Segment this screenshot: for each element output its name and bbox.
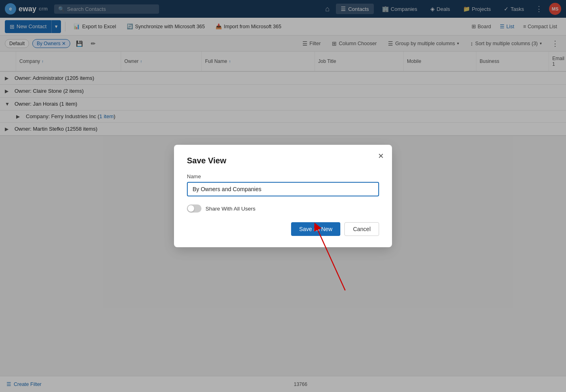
save-as-new-button[interactable]: Save as New [291, 222, 340, 236]
modal-actions: Save as New Cancel [187, 222, 379, 236]
modal-close-button[interactable]: ✕ [376, 151, 386, 161]
share-label: Share With All Users [205, 206, 256, 212]
cancel-button[interactable]: Cancel [344, 222, 379, 236]
modal-title: Save View [187, 156, 379, 165]
modal-name-input[interactable] [187, 182, 379, 196]
toggle-knob [188, 205, 194, 212]
toggle-row: Share With All Users [187, 204, 379, 213]
save-view-modal: ✕ Save View Name Share With All Users Sa… [174, 145, 392, 247]
modal-overlay[interactable]: ✕ Save View Name Share With All Users Sa… [0, 0, 566, 392]
modal-name-label: Name [187, 173, 379, 179]
share-toggle[interactable] [187, 204, 201, 213]
